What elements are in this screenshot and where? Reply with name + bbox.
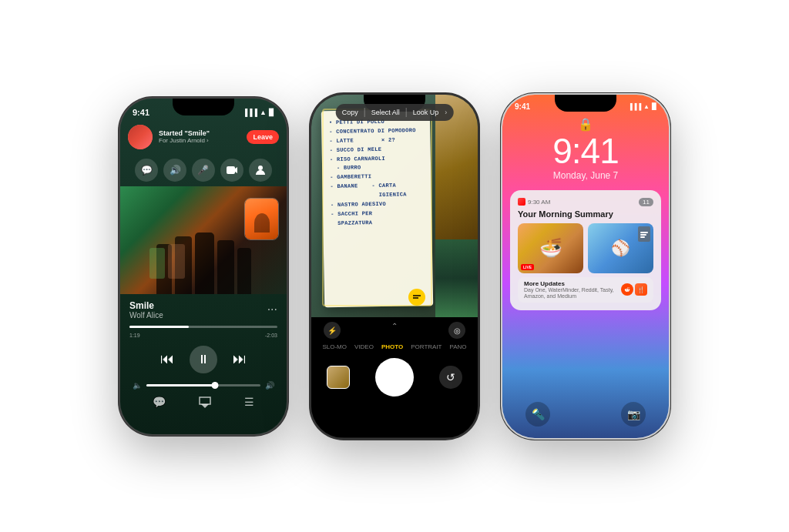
lock-screen-bottom-buttons: 🔦 📷 xyxy=(502,402,669,427)
shutter-button[interactable] xyxy=(375,358,414,396)
select-all-button[interactable]: Select All xyxy=(371,109,400,116)
gallery-thumbnail[interactable] xyxy=(327,366,350,389)
signal-icon: ▐▐▐ xyxy=(243,109,257,116)
svg-rect-4 xyxy=(640,232,648,233)
playback-controls: ⏮ ⏸ ⏭ xyxy=(120,340,287,380)
speech-bubble-icon[interactable]: 💬 xyxy=(153,396,166,410)
person-button[interactable] xyxy=(249,159,272,182)
baseball-photo: ⚾ xyxy=(588,223,653,273)
phone3-time: 9:41 xyxy=(515,102,530,111)
volume-low-icon: 🔈 xyxy=(133,381,142,390)
mode-photo[interactable]: PHOTO xyxy=(381,343,403,350)
phone3-status-icons: ▐▐▐ ▲ ▉ xyxy=(628,103,656,110)
news-app-icon xyxy=(518,198,525,206)
side-image-strip xyxy=(435,95,478,318)
more-updates-desc: Day One, WaterMinder, Reddit, Tasty, Ama… xyxy=(524,287,621,300)
video-button[interactable] xyxy=(220,159,243,182)
camera-controls: ⚡ ⌃ ◎ SLO-MO VIDEO PHOTO PORTRAIT PANO xyxy=(311,317,478,437)
message-button[interactable]: 💬 xyxy=(135,159,158,182)
baseball-image: ⚾ All-Star Week is coming! With the All-… xyxy=(588,223,653,273)
wifi-icon: ▲ xyxy=(260,109,267,116)
more-updates-text: More Updates Day One, WaterMinder, Reddi… xyxy=(524,280,621,300)
song-artist: Wolf Alice xyxy=(129,311,163,320)
morning-summary-notification[interactable]: 9:30 AM 11 Your Morning Summary 🍜 LIVE xyxy=(510,190,661,311)
audio-button[interactable]: 🔊 xyxy=(163,159,186,182)
pause-button[interactable]: ⏸ xyxy=(190,346,217,373)
camera-button[interactable]: 📷 xyxy=(621,402,646,427)
forward-button[interactable]: ⏭ xyxy=(233,351,247,367)
mode-video[interactable]: VIDEO xyxy=(354,343,374,350)
volume-thumb xyxy=(211,382,218,389)
banner-subtitle: For Justin Arnold › xyxy=(159,137,240,144)
phone-3: 9:41 ▐▐▐ ▲ ▉ 🔒 9:41 Monday, June 7 9:30 … xyxy=(501,93,670,440)
live-button[interactable]: ◎ xyxy=(448,322,465,339)
shutter-inner xyxy=(378,361,411,393)
progress-fill xyxy=(129,326,189,328)
signal-icon-p3: ▐▐▐ xyxy=(628,103,641,110)
video-area xyxy=(120,186,287,294)
banner-title: Started "Smile" xyxy=(159,129,240,137)
flash-button[interactable]: ⚡ xyxy=(324,322,341,339)
ocr-popup-menu: Copy Select All Look Up › xyxy=(336,104,454,121)
phone3-notch xyxy=(555,95,616,112)
rewind-button[interactable]: ⏮ xyxy=(160,351,174,367)
svg-rect-6 xyxy=(640,236,645,238)
phone2-screen: • PETTI DI POLLO- CONCENTRATO DI POMODOR… xyxy=(311,95,478,438)
user-avatar xyxy=(128,125,153,149)
lock-screen-date: Monday, June 7 xyxy=(502,170,669,181)
airplay-icon[interactable] xyxy=(199,396,211,410)
camera-top-controls: ⚡ ⌃ ◎ xyxy=(311,322,478,339)
app-icons-row: 🍴 xyxy=(621,283,647,296)
news-app-badge xyxy=(638,226,650,242)
phone-1: 9:41 ▐▐▐ ▲ ▉ Started "Smile" For Justin … xyxy=(119,97,288,436)
more-updates-row[interactable]: More Updates Day One, WaterMinder, Reddi… xyxy=(518,277,653,303)
leave-button[interactable]: Leave xyxy=(247,130,279,144)
ocr-selection-overlay xyxy=(322,109,432,307)
mode-slomo[interactable]: SLO-MO xyxy=(322,343,347,350)
notification-badge: 11 xyxy=(639,198,653,206)
flip-camera-button[interactable]: ↺ xyxy=(439,366,462,389)
notification-header: 9:30 AM 11 xyxy=(518,198,653,206)
bottom-row: 💬 ☰ xyxy=(120,391,287,418)
progress-bar[interactable] xyxy=(129,326,277,328)
camera-options-arrow[interactable]: ⌃ xyxy=(391,322,398,339)
notification-time: 9:30 AM xyxy=(528,199,550,206)
progress-times: 1:19 -2:03 xyxy=(120,331,287,340)
lock-screen-time: 9:41 Monday, June 7 xyxy=(502,133,669,181)
shutter-row: ↺ xyxy=(311,355,478,400)
phone1-time: 9:41 xyxy=(133,108,149,117)
phone3-screen: 9:41 ▐▐▐ ▲ ▉ 🔒 9:41 Monday, June 7 9:30 … xyxy=(502,95,669,438)
svg-rect-5 xyxy=(640,234,646,236)
more-options-button[interactable]: ··· xyxy=(267,303,277,316)
menu-more-arrow[interactable]: › xyxy=(445,109,447,116)
volume-high-icon: 🔊 xyxy=(265,381,274,390)
battery-icon: ▉ xyxy=(269,109,274,116)
mode-portrait[interactable]: PORTRAIT xyxy=(411,343,442,350)
phone1-screen: 9:41 ▐▐▐ ▲ ▉ Started "Smile" For Justin … xyxy=(120,99,287,434)
main-container: 9:41 ▐▐▐ ▲ ▉ Started "Smile" For Justin … xyxy=(0,0,789,532)
volume-bar[interactable] xyxy=(146,384,260,386)
camera-viewfinder: • PETTI DI POLLO- CONCENTRATO DI POMODOR… xyxy=(311,95,478,318)
food-image: 🍜 LIVE Neighborhood takeout favorites Ne… xyxy=(518,223,583,273)
mode-pano[interactable]: PANO xyxy=(450,343,467,350)
menu-divider xyxy=(364,108,365,117)
flashlight-button[interactable]: 🔦 xyxy=(525,402,550,427)
svg-point-0 xyxy=(258,166,263,170)
side-image-2 xyxy=(435,239,478,317)
tasty-icon: 🍴 xyxy=(635,283,647,296)
copy-button[interactable]: Copy xyxy=(342,109,358,116)
svg-rect-1 xyxy=(412,293,421,301)
look-up-button[interactable]: Look Up xyxy=(413,109,439,116)
notification-images: 🍜 LIVE Neighborhood takeout favorites Ne… xyxy=(518,223,653,273)
pip-thumbnail[interactable] xyxy=(244,198,279,240)
queue-icon[interactable]: ☰ xyxy=(244,396,254,410)
phone-2: • PETTI DI POLLO- CONCENTRATO DI POMODOR… xyxy=(310,93,479,440)
banner-text: Started "Smile" For Justin Arnold › xyxy=(159,129,240,144)
chevron-right-icon: › xyxy=(206,137,209,144)
battery-icon-p3: ▉ xyxy=(652,103,656,110)
mic-button[interactable]: 🎤 xyxy=(192,159,215,182)
lock-icon: 🔒 xyxy=(502,117,669,132)
notification-meta: 9:30 AM xyxy=(518,198,550,206)
time-elapsed: 1:19 xyxy=(129,333,140,338)
time-remaining: -2:03 xyxy=(265,333,277,338)
